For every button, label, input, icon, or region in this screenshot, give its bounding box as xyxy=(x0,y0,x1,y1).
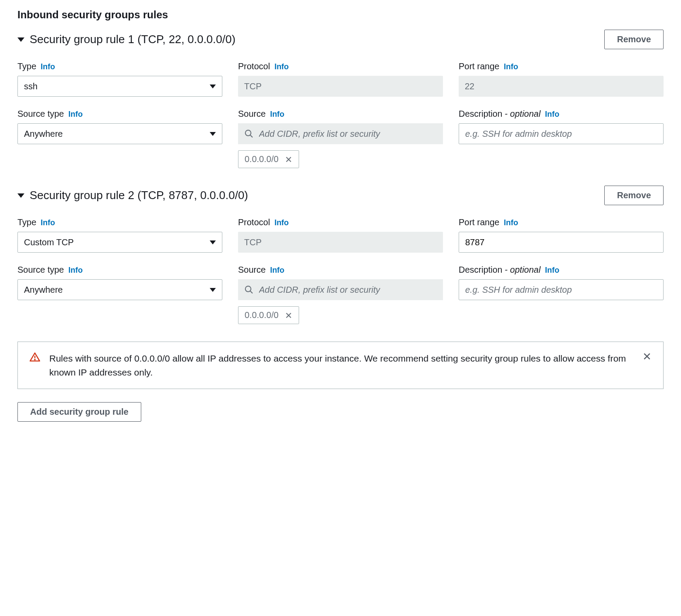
description-label: Description - optional Info xyxy=(459,109,664,119)
source-chip: 0.0.0.0/0 xyxy=(238,150,299,168)
port-range-label: Port range Info xyxy=(459,61,664,71)
svg-line-1 xyxy=(250,135,252,137)
type-select[interactable]: Custom TCP xyxy=(17,232,222,253)
remove-button[interactable]: Remove xyxy=(604,30,664,49)
type-label: Type Info xyxy=(17,217,222,227)
source-search-placeholder: Add CIDR, prefix list or security xyxy=(259,285,380,295)
info-link[interactable]: Info xyxy=(545,266,559,275)
svg-line-5 xyxy=(250,291,252,293)
close-icon[interactable] xyxy=(285,156,293,163)
chevron-down-icon xyxy=(210,85,216,88)
chevron-down-icon xyxy=(210,240,216,244)
alert-box: Rules with source of 0.0.0.0/0 allow all… xyxy=(17,342,664,389)
info-link[interactable]: Info xyxy=(504,218,518,227)
description-label: Description - optional Info xyxy=(459,265,664,275)
source-chip: 0.0.0.0/0 xyxy=(238,306,299,324)
security-group-rule: Security group rule 1 (TCP, 22, 0.0.0.0/… xyxy=(17,30,664,168)
close-icon[interactable] xyxy=(642,352,652,363)
type-value: ssh xyxy=(24,81,37,91)
warning-icon xyxy=(29,352,41,365)
source-type-label: Source type Info xyxy=(17,109,222,119)
chip-label: 0.0.0.0/0 xyxy=(245,154,279,164)
source-type-value: Anywhere xyxy=(24,129,63,139)
chevron-down-icon xyxy=(210,288,216,292)
protocol-field: TCP xyxy=(238,76,443,97)
add-security-group-rule-button[interactable]: Add security group rule xyxy=(17,402,141,422)
description-input[interactable] xyxy=(459,123,664,144)
info-link[interactable]: Info xyxy=(270,266,284,275)
info-link[interactable]: Info xyxy=(41,62,55,71)
info-link[interactable]: Info xyxy=(504,62,518,71)
rule-title: Security group rule 1 (TCP, 22, 0.0.0.0/… xyxy=(30,33,235,46)
port-range-label: Port range Info xyxy=(459,217,664,227)
protocol-label: Protocol Info xyxy=(238,61,443,71)
remove-button[interactable]: Remove xyxy=(604,186,664,205)
svg-point-4 xyxy=(245,286,251,292)
svg-point-0 xyxy=(245,130,251,136)
section-title: Inbound security groups rules xyxy=(17,9,664,21)
port-range-input[interactable] xyxy=(459,232,664,253)
type-value: Custom TCP xyxy=(24,237,74,247)
info-link[interactable]: Info xyxy=(274,62,289,71)
source-search[interactable]: Add CIDR, prefix list or security xyxy=(238,123,443,144)
source-type-select[interactable]: Anywhere xyxy=(17,279,222,300)
info-link[interactable]: Info xyxy=(270,110,284,119)
protocol-field: TCP xyxy=(238,232,443,253)
chevron-down-icon xyxy=(210,132,216,136)
alert-text: Rules with source of 0.0.0.0/0 allow all… xyxy=(49,352,633,379)
info-link[interactable]: Info xyxy=(68,266,83,275)
source-type-value: Anywhere xyxy=(24,285,63,295)
info-link[interactable]: Info xyxy=(545,110,559,119)
source-search-placeholder: Add CIDR, prefix list or security xyxy=(259,129,380,139)
security-group-rule: Security group rule 2 (TCP, 8787, 0.0.0.… xyxy=(17,186,664,324)
search-icon xyxy=(244,285,254,294)
port-range-field: 22 xyxy=(459,76,664,97)
search-icon xyxy=(244,129,254,139)
type-select[interactable]: ssh xyxy=(17,76,222,97)
svg-point-9 xyxy=(34,359,35,360)
chip-label: 0.0.0.0/0 xyxy=(245,310,279,320)
description-input[interactable] xyxy=(459,279,664,300)
rule-title: Security group rule 2 (TCP, 8787, 0.0.0.… xyxy=(30,189,248,202)
source-search[interactable]: Add CIDR, prefix list or security xyxy=(238,279,443,300)
chevron-down-icon[interactable] xyxy=(17,37,24,42)
source-label: Source Info xyxy=(238,109,443,119)
chevron-down-icon[interactable] xyxy=(17,193,24,198)
info-link[interactable]: Info xyxy=(68,110,83,119)
source-label: Source Info xyxy=(238,265,443,275)
info-link[interactable]: Info xyxy=(41,218,55,227)
source-type-select[interactable]: Anywhere xyxy=(17,123,222,144)
info-link[interactable]: Info xyxy=(274,218,289,227)
source-type-label: Source type Info xyxy=(17,265,222,275)
type-label: Type Info xyxy=(17,61,222,71)
close-icon[interactable] xyxy=(285,311,293,319)
protocol-label: Protocol Info xyxy=(238,217,443,227)
